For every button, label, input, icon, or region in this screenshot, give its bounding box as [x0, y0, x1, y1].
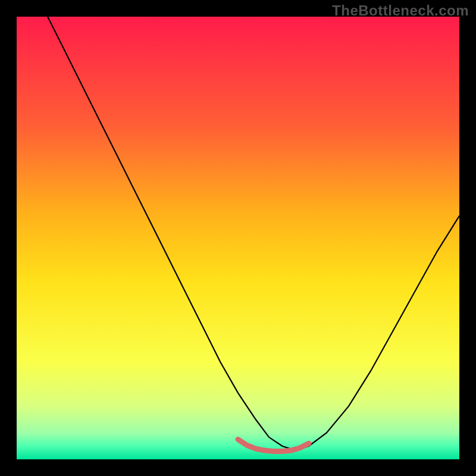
chart-frame: TheBottleneck.com [0, 0, 476, 476]
plot-area [17, 17, 459, 459]
watermark-label: TheBottleneck.com [332, 2, 469, 19]
chart-svg [17, 17, 459, 459]
